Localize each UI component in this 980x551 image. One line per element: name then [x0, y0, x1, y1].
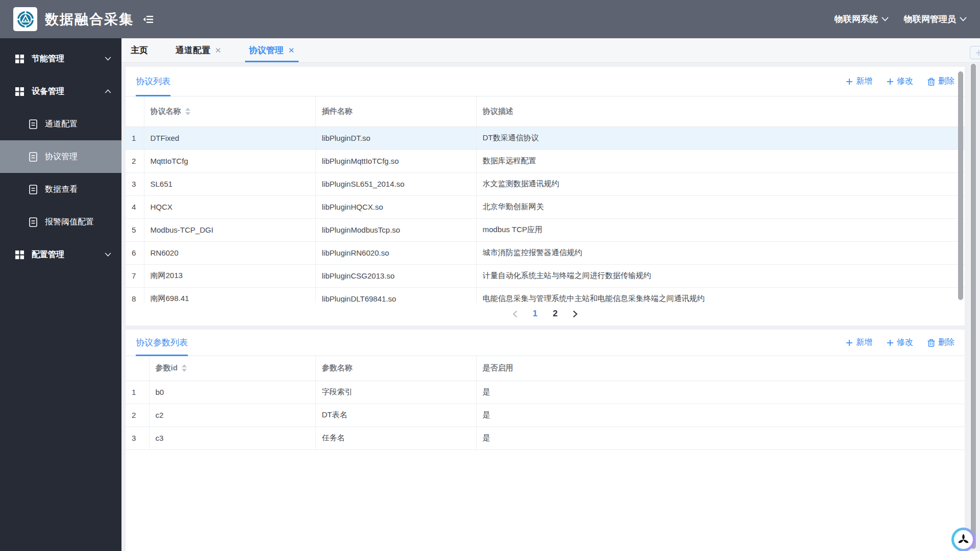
- chevron-down-icon: [105, 57, 111, 61]
- tab-home[interactable]: 主页: [122, 38, 156, 62]
- table-row[interactable]: 8南网698.41libPluginDLT69841.so电能信息采集与管理系统…: [126, 287, 965, 303]
- sidebar-item-alarm-threshold-config[interactable]: 报警阈值配置: [0, 206, 121, 238]
- param-panel-header: 协议参数列表 新增 修改 删除: [126, 330, 965, 356]
- document-icon: [29, 217, 37, 227]
- pagination-next-button[interactable]: [573, 310, 578, 318]
- sidebar-group-label: 节能管理: [32, 54, 64, 64]
- sidebar-group-config[interactable]: 配置管理: [0, 238, 121, 271]
- table-header-row: 参数id 参数名称 是否启用: [126, 356, 965, 381]
- sidebar-group-devices[interactable]: 设备管理: [0, 75, 121, 108]
- delete-param-button[interactable]: 删除: [927, 337, 954, 348]
- protocol-panel-header: 协议列表 新增 修改 删除: [126, 67, 965, 96]
- tab-label: 主页: [131, 44, 148, 56]
- sort-caret-icon[interactable]: [185, 108, 190, 115]
- tab-protocol-management[interactable]: 协议管理 ✕: [241, 38, 303, 62]
- tab-label: 通道配置: [176, 44, 210, 56]
- table-header-row: 协议名称 插件名称 协议描述: [126, 96, 965, 127]
- table-row[interactable]: 1DTFixedlibPluginDT.soDT数采通信协议: [126, 127, 965, 149]
- chevron-up-icon: [105, 89, 111, 93]
- tab-bar: 主页 通道配置 ✕ 协议管理 ✕: [121, 38, 980, 63]
- sidebar-group-label: 配置管理: [32, 249, 64, 260]
- document-icon: [29, 119, 37, 129]
- table-row[interactable]: 7南网2013libPluginCSG2013.so计量自动化系统主站与终端之间…: [126, 264, 965, 287]
- add-param-button[interactable]: 新增: [846, 337, 872, 348]
- grid-icon: [15, 87, 24, 96]
- edit-protocol-button[interactable]: 修改: [887, 76, 913, 87]
- sidebar-nav: 节能管理 设备管理 通道配置 协议管理 数据查看 报警阈值配置 配置管理: [0, 38, 121, 551]
- new-tab-button[interactable]: [970, 46, 980, 59]
- table-scrollbar[interactable]: [958, 71, 963, 300]
- protocol-table-scroll-area[interactable]: 协议名称 插件名称 协议描述 1DTFixedlibPluginDT.soDT数…: [126, 96, 965, 303]
- chevron-down-icon: [105, 253, 111, 257]
- main-area: 主页 通道配置 ✕ 协议管理 ✕ 协议列表 新增: [121, 38, 980, 551]
- add-protocol-button[interactable]: 新增: [846, 76, 872, 87]
- plus-icon: [887, 339, 894, 346]
- sidebar-item-channel-config[interactable]: 通道配置: [0, 108, 121, 140]
- param-enabled-column-header: 是否启用: [476, 356, 965, 381]
- sidebar-item-label: 数据查看: [45, 184, 78, 195]
- user-menu-dropdown[interactable]: 物联网管理员: [904, 13, 967, 25]
- plus-icon: [846, 78, 853, 85]
- sidebar-group-label: 设备管理: [32, 86, 64, 97]
- user-menu-label: 物联网管理员: [904, 13, 956, 25]
- system-select-dropdown[interactable]: 物联网系统: [835, 13, 889, 25]
- pagination-page-1[interactable]: 1: [533, 309, 537, 319]
- app-emblem: [16, 10, 35, 29]
- param-name-column-header: 参数名称: [315, 356, 476, 381]
- trash-icon: [927, 78, 935, 86]
- tab-label: 协议管理: [249, 44, 284, 56]
- param-table: 参数id 参数名称 是否启用 1b0字段索引是 2c2DT表名是: [126, 356, 965, 450]
- protocol-table: 协议名称 插件名称 协议描述 1DTFixedlibPluginDT.soDT数…: [126, 96, 965, 303]
- protocol-actions: 新增 修改 删除: [846, 76, 954, 87]
- brand-watermark: [951, 528, 975, 551]
- document-icon: [29, 152, 37, 162]
- delete-protocol-button[interactable]: 删除: [927, 76, 954, 87]
- protocol-list-title[interactable]: 协议列表: [136, 67, 170, 96]
- plugin-name-column-header: 插件名称: [315, 96, 476, 127]
- sidebar-item-label: 通道配置: [45, 119, 78, 130]
- table-row[interactable]: 1b0字段索引是: [126, 381, 965, 404]
- app-logo: [13, 7, 37, 31]
- param-actions: 新增 修改 删除: [846, 337, 954, 348]
- plus-icon: [887, 78, 894, 85]
- index-column-header: [126, 96, 144, 127]
- app-title: 数据融合采集: [45, 10, 134, 29]
- app-header: 数据融合采集 物联网系统 物联网管理员: [0, 0, 980, 38]
- sidebar-item-data-view[interactable]: 数据查看: [0, 173, 121, 206]
- chevron-down-icon: [960, 17, 967, 21]
- protocol-param-panel: 协议参数列表 新增 修改 删除: [126, 330, 965, 551]
- pagination: 1 2: [126, 303, 965, 325]
- close-icon[interactable]: ✕: [215, 46, 222, 54]
- param-id-column-header: 参数id: [149, 356, 315, 381]
- pagination-prev-button[interactable]: [512, 310, 518, 318]
- tab-channel-config[interactable]: 通道配置 ✕: [167, 38, 230, 62]
- protocol-name-column-header: 协议名称: [144, 96, 315, 127]
- index-column-header: [126, 356, 149, 381]
- table-row[interactable]: 4HQCXlibPluginHQCX.so北京华勤创新网关: [126, 195, 965, 218]
- document-icon: [29, 185, 37, 194]
- sort-caret-icon[interactable]: [182, 364, 187, 372]
- chevron-left-icon: [512, 310, 518, 318]
- table-row[interactable]: 5Modbus-TCP_DGIlibPluginModbusTcp.somodb…: [126, 218, 965, 241]
- sidebar-item-label: 报警阈值配置: [45, 217, 94, 228]
- vertical-scrollbar[interactable]: [970, 63, 977, 551]
- table-row[interactable]: 2c2DT表名是: [126, 404, 965, 427]
- sidebar-item-protocol-management[interactable]: 协议管理: [0, 140, 121, 173]
- content-area: 协议列表 新增 修改 删除: [121, 63, 980, 551]
- close-icon[interactable]: ✕: [288, 46, 295, 54]
- scrollbar-thumb[interactable]: [971, 64, 976, 549]
- sidebar-item-label: 协议管理: [45, 152, 78, 162]
- table-row[interactable]: 3c3任务名是: [126, 427, 965, 449]
- chevron-right-icon: [573, 310, 578, 318]
- pagination-page-2[interactable]: 2: [553, 309, 557, 319]
- table-row[interactable]: 3SL651libPluginSL651_2014.so水文监测数据通讯规约: [126, 172, 965, 195]
- table-row[interactable]: 2MqttIoTCfglibPluginMqttIoTCfg.so数据库远程配置: [126, 149, 965, 172]
- sidebar-group-energy[interactable]: 节能管理: [0, 42, 121, 75]
- system-select-label: 物联网系统: [835, 13, 878, 25]
- table-row[interactable]: 6RN6020libPluginRN6020.so城市消防监控报警器通信规约: [126, 241, 965, 264]
- grid-icon: [15, 55, 24, 63]
- sidebar-collapse-button[interactable]: [143, 15, 154, 24]
- param-list-title[interactable]: 协议参数列表: [136, 330, 188, 356]
- chevron-down-icon: [881, 17, 889, 21]
- edit-param-button[interactable]: 修改: [887, 337, 913, 348]
